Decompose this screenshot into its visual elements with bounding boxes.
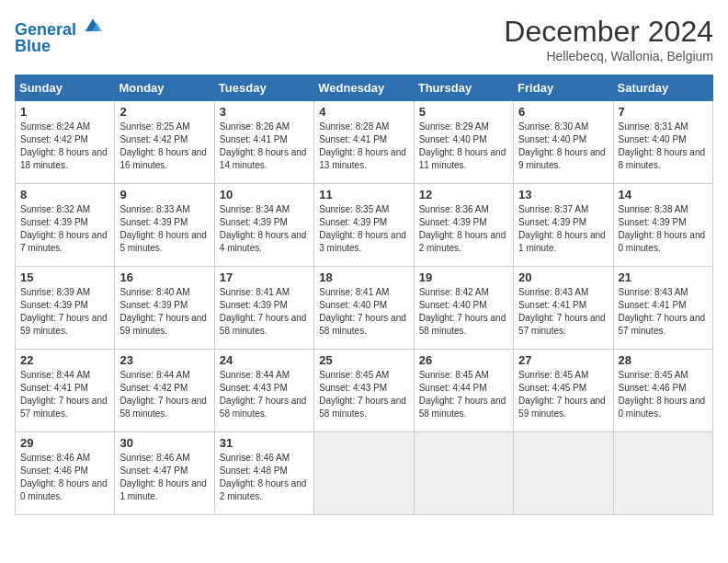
day-info: Sunrise: 8:46 AM Sunset: 4:48 PM Dayligh… bbox=[220, 452, 309, 503]
day-number: 22 bbox=[20, 353, 109, 367]
day-number: 5 bbox=[419, 105, 508, 119]
day-cell-4: 4 Sunrise: 8:28 AM Sunset: 4:41 PM Dayli… bbox=[314, 101, 414, 184]
day-info: Sunrise: 8:34 AM Sunset: 4:39 PM Dayligh… bbox=[220, 203, 309, 255]
day-number: 15 bbox=[20, 270, 109, 284]
day-info: Sunrise: 8:43 AM Sunset: 4:41 PM Dayligh… bbox=[619, 286, 708, 338]
col-header-saturday: Saturday bbox=[613, 75, 712, 101]
week-row-2: 8 Sunrise: 8:32 AM Sunset: 4:39 PM Dayli… bbox=[16, 184, 713, 267]
day-cell-25: 25 Sunrise: 8:45 AM Sunset: 4:43 PM Dayl… bbox=[314, 350, 414, 432]
day-cell-6: 6 Sunrise: 8:30 AM Sunset: 4:40 PM Dayli… bbox=[514, 101, 613, 184]
day-cell-10: 10 Sunrise: 8:34 AM Sunset: 4:39 PM Dayl… bbox=[214, 184, 313, 267]
day-cell-29: 29 Sunrise: 8:46 AM Sunset: 4:46 PM Dayl… bbox=[16, 432, 115, 515]
day-info: Sunrise: 8:25 AM Sunset: 4:42 PM Dayligh… bbox=[119, 121, 209, 172]
day-info: Sunrise: 8:45 AM Sunset: 4:45 PM Dayligh… bbox=[518, 369, 608, 420]
day-cell-21: 21 Sunrise: 8:43 AM Sunset: 4:41 PM Dayl… bbox=[613, 267, 712, 350]
day-info: Sunrise: 8:28 AM Sunset: 4:41 PM Dayligh… bbox=[319, 121, 408, 172]
day-number: 14 bbox=[619, 188, 708, 201]
day-number: 23 bbox=[119, 353, 209, 367]
empty-cell bbox=[314, 432, 414, 515]
week-row-3: 15 Sunrise: 8:39 AM Sunset: 4:39 PM Dayl… bbox=[16, 267, 713, 350]
week-row-4: 22 Sunrise: 8:44 AM Sunset: 4:41 PM Dayl… bbox=[16, 350, 713, 432]
day-cell-13: 13 Sunrise: 8:37 AM Sunset: 4:39 PM Dayl… bbox=[514, 184, 613, 267]
day-cell-5: 5 Sunrise: 8:29 AM Sunset: 4:40 PM Dayli… bbox=[414, 101, 513, 184]
col-header-wednesday: Wednesday bbox=[314, 75, 414, 101]
empty-cell bbox=[414, 432, 513, 515]
logo-icon bbox=[83, 15, 103, 35]
day-number: 9 bbox=[119, 188, 209, 201]
logo: General Blue bbox=[15, 15, 103, 56]
day-number: 3 bbox=[220, 105, 309, 119]
day-info: Sunrise: 8:30 AM Sunset: 4:40 PM Dayligh… bbox=[518, 121, 608, 172]
day-number: 29 bbox=[20, 436, 109, 450]
day-number: 31 bbox=[220, 436, 309, 450]
week-row-5: 29 Sunrise: 8:46 AM Sunset: 4:46 PM Dayl… bbox=[16, 432, 713, 515]
day-cell-20: 20 Sunrise: 8:43 AM Sunset: 4:41 PM Dayl… bbox=[514, 267, 613, 350]
day-cell-3: 3 Sunrise: 8:26 AM Sunset: 4:41 PM Dayli… bbox=[214, 101, 313, 184]
day-info: Sunrise: 8:41 AM Sunset: 4:39 PM Dayligh… bbox=[220, 286, 309, 338]
week-row-1: 1 Sunrise: 8:24 AM Sunset: 4:42 PM Dayli… bbox=[16, 101, 713, 184]
day-number: 7 bbox=[619, 105, 708, 119]
day-number: 25 bbox=[319, 353, 408, 367]
day-cell-18: 18 Sunrise: 8:41 AM Sunset: 4:40 PM Dayl… bbox=[314, 267, 414, 350]
day-number: 17 bbox=[220, 270, 309, 284]
logo-text: General bbox=[15, 15, 103, 40]
location-subtitle: Hellebecq, Wallonia, Belgium bbox=[504, 49, 713, 63]
day-cell-11: 11 Sunrise: 8:35 AM Sunset: 4:39 PM Dayl… bbox=[314, 184, 414, 267]
day-cell-24: 24 Sunrise: 8:44 AM Sunset: 4:43 PM Dayl… bbox=[214, 350, 313, 432]
day-cell-19: 19 Sunrise: 8:42 AM Sunset: 4:40 PM Dayl… bbox=[414, 267, 513, 350]
day-number: 21 bbox=[619, 270, 708, 284]
day-cell-26: 26 Sunrise: 8:45 AM Sunset: 4:44 PM Dayl… bbox=[414, 350, 513, 432]
day-info: Sunrise: 8:40 AM Sunset: 4:39 PM Dayligh… bbox=[119, 286, 209, 338]
col-header-thursday: Thursday bbox=[414, 75, 513, 101]
day-cell-23: 23 Sunrise: 8:44 AM Sunset: 4:42 PM Dayl… bbox=[115, 350, 214, 432]
empty-cell bbox=[613, 432, 712, 515]
day-cell-31: 31 Sunrise: 8:46 AM Sunset: 4:48 PM Dayl… bbox=[214, 432, 313, 515]
day-number: 16 bbox=[119, 270, 209, 284]
day-number: 20 bbox=[518, 270, 608, 284]
header-row: SundayMondayTuesdayWednesdayThursdayFrid… bbox=[16, 75, 713, 101]
day-number: 10 bbox=[220, 188, 309, 201]
day-info: Sunrise: 8:46 AM Sunset: 4:47 PM Dayligh… bbox=[119, 452, 209, 503]
col-header-monday: Monday bbox=[115, 75, 214, 101]
day-info: Sunrise: 8:45 AM Sunset: 4:46 PM Dayligh… bbox=[619, 369, 708, 420]
day-number: 2 bbox=[119, 105, 209, 119]
day-number: 27 bbox=[518, 353, 608, 367]
day-number: 13 bbox=[518, 188, 608, 201]
day-number: 30 bbox=[119, 436, 209, 450]
day-cell-7: 7 Sunrise: 8:31 AM Sunset: 4:40 PM Dayli… bbox=[613, 101, 712, 184]
day-info: Sunrise: 8:37 AM Sunset: 4:39 PM Dayligh… bbox=[518, 203, 608, 255]
day-info: Sunrise: 8:45 AM Sunset: 4:44 PM Dayligh… bbox=[419, 369, 508, 420]
day-info: Sunrise: 8:31 AM Sunset: 4:40 PM Dayligh… bbox=[619, 121, 708, 172]
day-number: 28 bbox=[619, 353, 708, 367]
day-cell-14: 14 Sunrise: 8:38 AM Sunset: 4:39 PM Dayl… bbox=[613, 184, 712, 267]
day-info: Sunrise: 8:46 AM Sunset: 4:46 PM Dayligh… bbox=[20, 452, 109, 503]
col-header-friday: Friday bbox=[514, 75, 613, 101]
day-cell-15: 15 Sunrise: 8:39 AM Sunset: 4:39 PM Dayl… bbox=[16, 267, 115, 350]
day-number: 11 bbox=[319, 188, 408, 201]
day-info: Sunrise: 8:44 AM Sunset: 4:43 PM Dayligh… bbox=[220, 369, 309, 420]
day-cell-2: 2 Sunrise: 8:25 AM Sunset: 4:42 PM Dayli… bbox=[115, 101, 214, 184]
day-cell-17: 17 Sunrise: 8:41 AM Sunset: 4:39 PM Dayl… bbox=[214, 267, 313, 350]
day-info: Sunrise: 8:38 AM Sunset: 4:39 PM Dayligh… bbox=[619, 203, 708, 255]
empty-cell bbox=[514, 432, 613, 515]
day-info: Sunrise: 8:35 AM Sunset: 4:39 PM Dayligh… bbox=[319, 203, 408, 255]
col-header-tuesday: Tuesday bbox=[214, 75, 313, 101]
day-cell-1: 1 Sunrise: 8:24 AM Sunset: 4:42 PM Dayli… bbox=[16, 101, 115, 184]
day-number: 26 bbox=[419, 353, 508, 367]
calendar-table: SundayMondayTuesdayWednesdayThursdayFrid… bbox=[15, 75, 713, 515]
day-info: Sunrise: 8:44 AM Sunset: 4:41 PM Dayligh… bbox=[20, 369, 109, 420]
day-info: Sunrise: 8:41 AM Sunset: 4:40 PM Dayligh… bbox=[319, 286, 408, 338]
day-cell-16: 16 Sunrise: 8:40 AM Sunset: 4:39 PM Dayl… bbox=[115, 267, 214, 350]
day-number: 19 bbox=[419, 270, 508, 284]
day-cell-28: 28 Sunrise: 8:45 AM Sunset: 4:46 PM Dayl… bbox=[613, 350, 712, 432]
day-info: Sunrise: 8:33 AM Sunset: 4:39 PM Dayligh… bbox=[119, 203, 209, 255]
day-info: Sunrise: 8:45 AM Sunset: 4:43 PM Dayligh… bbox=[319, 369, 408, 420]
day-cell-12: 12 Sunrise: 8:36 AM Sunset: 4:39 PM Dayl… bbox=[414, 184, 513, 267]
day-number: 8 bbox=[20, 188, 109, 201]
day-cell-27: 27 Sunrise: 8:45 AM Sunset: 4:45 PM Dayl… bbox=[514, 350, 613, 432]
day-info: Sunrise: 8:43 AM Sunset: 4:41 PM Dayligh… bbox=[518, 286, 608, 338]
day-number: 24 bbox=[220, 353, 309, 367]
day-cell-22: 22 Sunrise: 8:44 AM Sunset: 4:41 PM Dayl… bbox=[16, 350, 115, 432]
day-info: Sunrise: 8:24 AM Sunset: 4:42 PM Dayligh… bbox=[20, 121, 109, 172]
day-cell-9: 9 Sunrise: 8:33 AM Sunset: 4:39 PM Dayli… bbox=[115, 184, 214, 267]
